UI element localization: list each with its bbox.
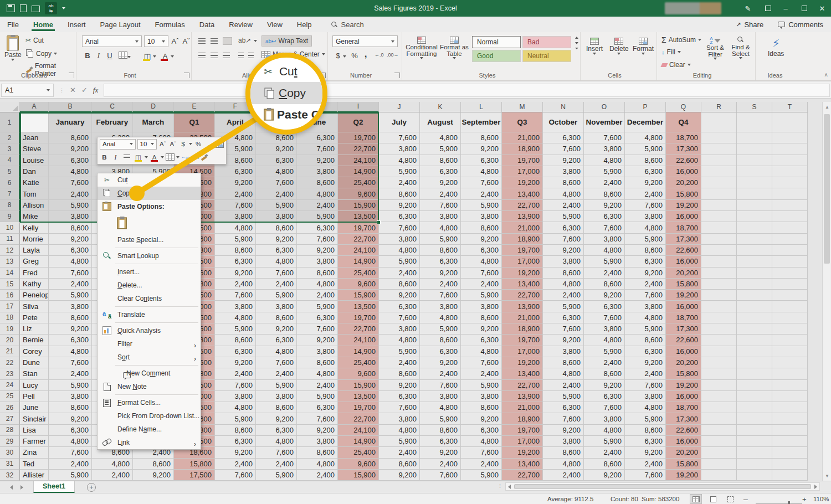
cell[interactable] [701,436,737,447]
cell[interactable]: 8,600 [215,425,256,436]
cell[interactable]: Zina [20,447,49,458]
row-header-12[interactable]: 12 [0,245,20,256]
cell[interactable]: 7,600 [215,290,256,301]
cell[interactable]: Allister [20,470,49,481]
cell[interactable]: 9,200 [379,200,420,211]
cell[interactable]: 9,200 [256,413,297,424]
cell[interactable]: 5,900 [625,234,666,245]
cell[interactable]: 18,700 [666,402,701,413]
decrease-indent-icon[interactable] [238,53,244,58]
header-cell[interactable]: October [543,112,584,132]
cell[interactable]: 3,800 [215,391,256,402]
cell[interactable]: 8,600 [584,368,625,379]
row-header-31[interactable]: 31 [0,459,20,470]
mini-italic-button[interactable]: I [111,152,120,162]
align-center-icon[interactable] [211,53,218,58]
cell[interactable]: Penelope [20,290,49,301]
cell[interactable] [772,459,808,470]
style-good[interactable]: Good [472,50,521,62]
cell[interactable] [772,301,808,312]
cell[interactable]: 4,800 [625,132,666,143]
cell[interactable] [701,470,737,481]
cell[interactable]: 6,300 [215,256,256,267]
cell[interactable]: 15,800 [666,188,701,199]
cell[interactable]: 5,900 [379,346,420,357]
cell[interactable] [737,177,772,188]
cell[interactable]: 5,900 [215,413,256,424]
cell[interactable] [772,200,808,211]
cell[interactable]: 6,300 [625,346,666,357]
cell[interactable]: 7,600 [543,143,584,155]
cell[interactable]: 4,800 [543,459,584,470]
cell[interactable]: 2,400 [461,459,502,470]
cell[interactable] [772,413,808,424]
fill-handle[interactable] [377,220,381,224]
delete-cells-button[interactable]: Delete [609,38,629,55]
cell[interactable]: 16,000 [666,301,701,312]
cell[interactable]: 2,400 [543,380,584,391]
cell[interactable]: 6,300 [256,155,297,166]
cell[interactable]: 2,400 [49,368,92,379]
cell[interactable]: 8,600 [49,402,92,413]
col-header-O[interactable]: O [584,102,625,112]
cell[interactable]: 2,400 [584,268,625,279]
cell[interactable]: 18,900 [502,413,543,424]
currency-icon[interactable]: $ [332,50,343,61]
cell[interactable]: 22,700 [502,290,543,301]
tab-formulas[interactable]: Formulas [148,17,192,32]
cell[interactable]: 7,600 [584,402,625,413]
tab-insert[interactable]: Insert [60,17,93,32]
cell[interactable]: June [20,402,49,413]
cell[interactable]: 4,800 [461,436,502,447]
row-header-21[interactable]: 21 [0,346,20,357]
cell[interactable]: 19,200 [666,470,701,481]
row-header-14[interactable]: 14 [0,268,20,279]
cell[interactable]: 5,900 [215,234,256,245]
italic-button[interactable]: I [93,50,104,61]
cell[interactable]: 3,800 [420,391,461,402]
cell[interactable]: 4,800 [297,279,338,290]
cell[interactable]: 6,300 [49,245,92,256]
cell[interactable]: 15,800 [666,368,701,379]
cell[interactable]: 2,400 [215,279,256,290]
mini-font-color-icon[interactable]: A [150,152,159,162]
cell[interactable]: 9,200 [256,234,297,245]
cell[interactable] [701,256,737,267]
cell[interactable]: 5,900 [256,380,297,391]
cell[interactable]: 16,000 [666,256,701,267]
cell[interactable]: 19,200 [502,268,543,279]
number-dialog-launcher[interactable] [394,73,400,78]
cell[interactable]: 2,400 [543,470,584,481]
clipboard-dialog-launcher[interactable] [69,73,74,78]
cell[interactable]: 4,800 [256,346,297,357]
cell[interactable]: 3,800 [543,256,584,267]
cell[interactable] [737,112,772,132]
cell[interactable]: 7,600 [379,402,420,413]
cell[interactable]: 6,300 [297,312,338,323]
cell[interactable]: 7,600 [297,234,338,245]
row-header-10[interactable]: 10 [0,222,20,233]
cell[interactable]: 22,700 [502,380,543,391]
cell[interactable]: 8,600 [215,335,256,346]
cell[interactable]: 3,800 [379,234,420,245]
cell[interactable]: 9,200 [584,290,625,301]
tab-page-layout[interactable]: Page Layout [93,17,148,32]
cell[interactable]: 25,400 [338,268,379,279]
cell[interactable]: 15,900 [338,470,379,481]
cell[interactable]: 7,600 [625,470,666,481]
cell[interactable] [701,290,737,301]
cell[interactable]: 2,400 [625,368,666,379]
cell[interactable]: 9,200 [625,268,666,279]
cell[interactable]: 2,400 [215,459,256,470]
header-cell[interactable]: August [420,112,461,132]
currency-dropdown[interactable] [343,55,346,58]
cell[interactable]: 7,600 [584,312,625,323]
cell[interactable] [737,368,772,379]
cell[interactable]: 3,800 [297,436,338,447]
cell[interactable]: 22,600 [666,425,701,436]
cell[interactable]: 6,300 [543,222,584,233]
row-header-24[interactable]: 24 [0,380,20,391]
cell[interactable]: 9,200 [379,470,420,481]
cell[interactable]: 15,800 [174,459,215,470]
cell[interactable] [701,112,737,132]
